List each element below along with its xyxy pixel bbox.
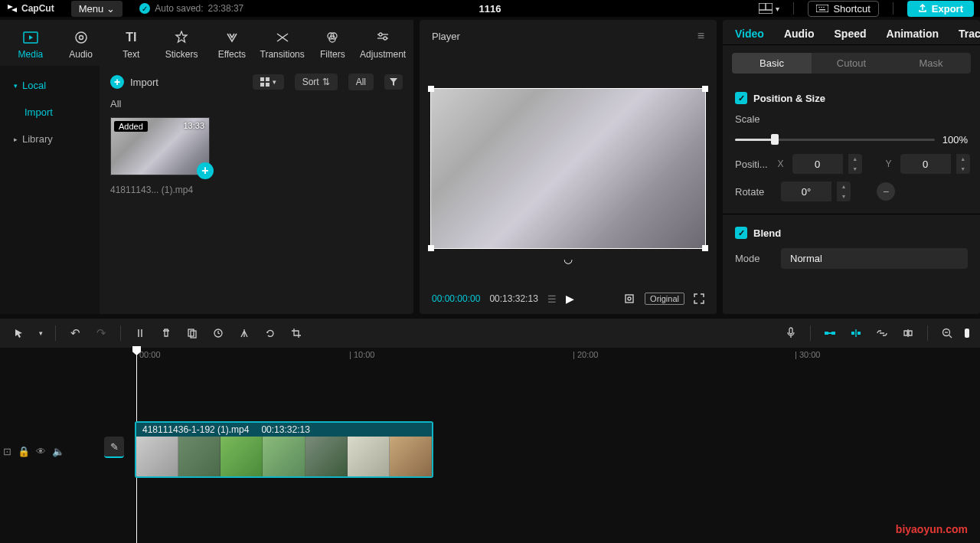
scale-slider[interactable] (735, 132, 935, 146)
tab-transitions[interactable]: Transitions (258, 26, 307, 63)
tab-video[interactable]: Video (735, 28, 764, 40)
preview-cut-button[interactable] (898, 323, 918, 343)
reset-rotate-button[interactable]: − (877, 182, 895, 201)
sort-icon: ⇅ (322, 77, 330, 87)
subtab-cutout[interactable]: Cutout (812, 53, 891, 74)
zoom-slider-thumb[interactable] (963, 323, 971, 343)
svg-point-17 (384, 37, 387, 40)
watermark: biyaoyun.com (896, 523, 968, 535)
magnet-main-button[interactable] (820, 323, 840, 343)
timeline[interactable]: 00:00 | 10:00 | 20:00 | 30:00 ⊡ 🔒 👁 🔈 ✎ … (0, 348, 980, 543)
subtab-mask[interactable]: Mask (891, 53, 971, 74)
subtab-basic[interactable]: Basic (732, 53, 812, 74)
export-label: Export (932, 3, 963, 15)
blend-heading: Blend (753, 227, 781, 239)
blend-mode-select[interactable]: Normal (781, 248, 968, 269)
rotate-button[interactable] (260, 323, 280, 343)
tab-adjustment[interactable]: Adjustment (358, 26, 407, 63)
link-button[interactable] (872, 323, 892, 343)
list-icon[interactable]: ☰ (547, 293, 557, 305)
position-x-input[interactable] (792, 154, 843, 174)
sidebar-item-library[interactable]: ▸ Library (0, 126, 100, 152)
import-button[interactable]: + Import (110, 75, 158, 89)
project-title[interactable]: 1116 (479, 3, 501, 15)
x-spinner[interactable]: ▲▼ (848, 154, 862, 174)
tab-track[interactable]: Track (959, 28, 980, 40)
tab-effects[interactable]: Effects (207, 26, 256, 63)
crop-button[interactable] (286, 323, 306, 343)
visible-track-icon[interactable]: 👁 (36, 446, 46, 457)
y-label: Y (884, 159, 894, 169)
media-thumb[interactable]: Added 13:33 + 41811143... (1).mp4 (110, 117, 210, 195)
mirror-button[interactable] (234, 323, 254, 343)
sort-button[interactable]: Sort ⇅ (295, 74, 338, 90)
resize-handle-br[interactable] (702, 245, 708, 251)
resize-handle-tr[interactable] (702, 86, 708, 92)
cover-track-icon[interactable]: ⊡ (3, 446, 11, 457)
edit-track-button[interactable]: ✎ (104, 437, 124, 458)
shortcut-button[interactable]: Shortcut (808, 1, 878, 17)
tab-speed[interactable]: Speed (835, 28, 867, 40)
position-label: Positi... (735, 159, 768, 170)
tab-animation[interactable]: Animation (887, 28, 939, 40)
export-button[interactable]: Export (907, 1, 974, 17)
tab-media[interactable]: Media (6, 26, 55, 63)
tab-audio-props[interactable]: Audio (784, 28, 815, 40)
lock-track-icon[interactable]: 🔒 (18, 446, 30, 457)
svg-rect-22 (626, 295, 633, 303)
menu-button[interactable]: Menu ⌄ (71, 1, 123, 17)
fullscreen-icon[interactable] (694, 293, 704, 304)
export-icon (918, 4, 927, 13)
add-to-timeline-button[interactable]: + (197, 162, 214, 179)
blend-checkbox[interactable]: ✓ (735, 227, 747, 239)
select-tool[interactable] (9, 323, 29, 343)
svg-rect-30 (828, 332, 831, 334)
crop-preview-icon[interactable] (623, 293, 635, 305)
view-grid-button[interactable]: ▾ (253, 74, 284, 90)
mic-button[interactable] (781, 323, 801, 343)
resize-handle-bl[interactable] (428, 245, 434, 251)
rotate-spinner[interactable]: ▲▼ (837, 182, 851, 201)
filter-button[interactable] (384, 74, 403, 90)
hamburger-icon[interactable]: ≡ (697, 29, 704, 43)
redo-button[interactable]: ↷ (91, 323, 111, 343)
svg-rect-27 (789, 328, 792, 334)
tab-text[interactable]: TI Text (107, 26, 156, 63)
magnet-auto-button[interactable] (846, 323, 866, 343)
tab-filters[interactable]: Filters (309, 26, 358, 63)
select-tool-dropdown[interactable]: ▾ (35, 323, 46, 343)
rotate-input[interactable] (781, 182, 831, 201)
effects-icon (225, 29, 239, 46)
sidebar-library-label: Library (22, 133, 53, 145)
reverse-button[interactable] (208, 323, 228, 343)
tab-audio-label: Audio (69, 49, 93, 60)
svg-point-9 (76, 32, 87, 43)
resize-handle-tl[interactable] (428, 86, 434, 92)
sidebar-item-local[interactable]: ▾ Local (0, 72, 100, 99)
video-clip[interactable]: 418111436-1-192 (1).mp4 00:13:32:13 (135, 421, 433, 478)
tab-stickers-label: Stickers (165, 49, 198, 60)
tab-audio[interactable]: Audio (57, 26, 106, 63)
position-y-input[interactable] (900, 154, 951, 174)
sidebar-item-import[interactable]: Import (0, 99, 100, 126)
scale-value: 100% (942, 134, 968, 146)
video-preview[interactable]: ◡ (430, 88, 706, 249)
import-label: Import (130, 77, 158, 88)
copy-button[interactable] (182, 323, 202, 343)
zoom-out-button[interactable] (937, 323, 957, 343)
split-button[interactable] (130, 323, 150, 343)
transitions-icon (276, 29, 289, 46)
timeline-ruler[interactable]: 00:00 | 10:00 | 20:00 | 30:00 (0, 348, 980, 365)
rotate-handle-icon[interactable]: ◡ (564, 253, 573, 265)
delete-button[interactable] (156, 323, 176, 343)
play-button[interactable]: ▶ (566, 293, 574, 305)
position-size-checkbox[interactable]: ✓ (735, 92, 747, 104)
layout-button[interactable]: ▾ (759, 3, 779, 14)
tab-stickers[interactable]: Stickers (157, 26, 206, 63)
mute-track-icon[interactable]: 🔈 (52, 446, 64, 457)
undo-button[interactable]: ↶ (65, 323, 85, 343)
original-ratio-button[interactable]: Original (645, 293, 684, 305)
y-spinner[interactable]: ▲▼ (956, 154, 970, 174)
filter-icon (389, 77, 398, 87)
filter-all-button[interactable]: All (348, 74, 374, 90)
